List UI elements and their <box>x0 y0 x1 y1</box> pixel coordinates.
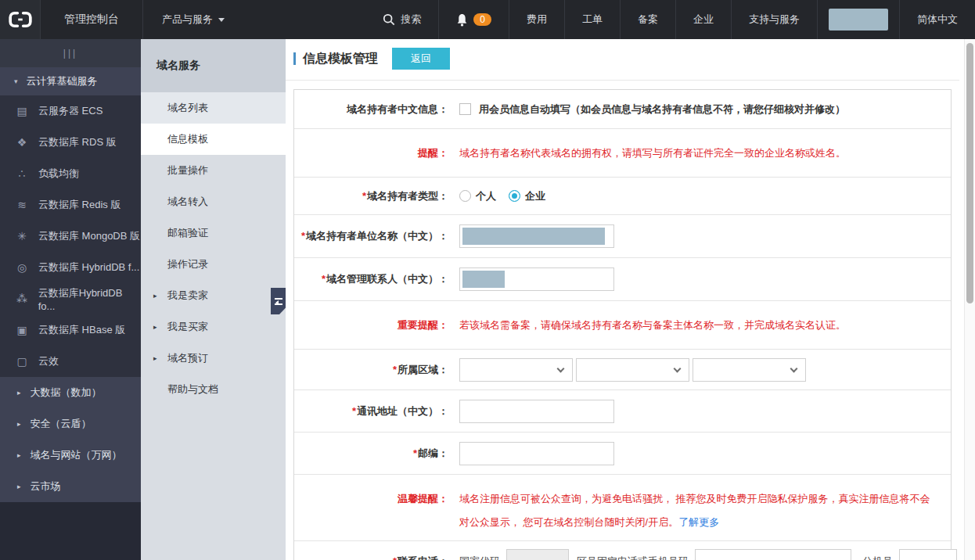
zipcode-input[interactable] <box>459 442 614 465</box>
hybriddb-icon: ◎ <box>14 261 30 274</box>
admin-contact-input[interactable] <box>459 267 614 291</box>
important-notice-text: 若该域名需备案，请确保域名持有者名称与备案主体名称一致，并完成域名实名认证。 <box>459 318 846 332</box>
top-nav: 管理控制台 产品与服务 搜索 0 费用 工单 备案 <box>0 0 975 39</box>
field-label: 域名持有者中文信息： <box>294 102 456 117</box>
submenu-item-info-template[interactable]: 信息模板 <box>141 124 286 155</box>
org-name-input[interactable] <box>459 224 614 248</box>
country-code-input[interactable] <box>506 549 569 560</box>
sidebar-item-hbase[interactable]: ▣ 云数据库 HBase 版 <box>0 314 141 346</box>
submenu-item-domain-transfer-in[interactable]: 域名转入 <box>141 186 286 217</box>
submenu-item-batch-operations[interactable]: 批量操作 <box>141 155 286 186</box>
submenu-title: 域名服务 <box>141 39 286 92</box>
submenu-title-label: 域名服务 <box>157 59 200 73</box>
nav-search[interactable]: 搜索 <box>365 0 438 39</box>
required-mark: * <box>352 405 356 417</box>
notice-label: 提醒： <box>294 146 456 160</box>
notification-badge: 0 <box>473 13 491 26</box>
sidebar-group-marketplace[interactable]: ▸ 云市场 <box>0 471 141 502</box>
chevron-down-icon <box>557 364 565 372</box>
caret-right-icon: ▸ <box>153 354 157 362</box>
nav-support[interactable]: 支持与服务 <box>731 0 817 39</box>
submenu-item-label: 批量操作 <box>167 163 208 178</box>
learn-more-link[interactable]: 了解更多 <box>678 516 719 528</box>
sidebar-group-cloud-basics[interactable]: ▾ 云计算基础服务 <box>0 67 141 95</box>
sidebar-item-hybriddb[interactable]: ◎ 云数据库 HybridDB f... <box>0 252 141 283</box>
sidebar-item-redis[interactable]: ≋ 云数据库 Redis 版 <box>0 189 141 221</box>
alibaba-cloud-logo[interactable] <box>0 0 41 39</box>
nav-products-menu[interactable]: 产品与服务 <box>143 0 243 39</box>
sidebar-group-security[interactable]: ▸ 安全（云盾） <box>0 408 141 440</box>
form-row-address: *通讯地址（中文）： <box>294 390 951 433</box>
sidebar-footer <box>0 502 141 560</box>
sidebar-item-label: 云数据库 HBase 版 <box>38 323 125 337</box>
sidebar-item-hybriddb-postgres[interactable]: ⁂ 云数据库HybridDB fo... <box>0 283 141 314</box>
sidebar-item-slb[interactable]: ∴ 负载均衡 <box>0 158 141 189</box>
nav-enterprise[interactable]: 企业 <box>675 0 731 39</box>
submenu-item-domain-list[interactable]: 域名列表 <box>141 92 286 124</box>
form-row-important-notice: 重要提醒： 若该域名需备案，请确保域名持有者名称与备案主体名称一致，并完成域名实… <box>294 301 951 350</box>
radio-personal-label: 个人 <box>476 189 496 203</box>
nav-products-label: 产品与服务 <box>162 13 213 27</box>
sidebar-item-label: 云数据库 RDS 版 <box>38 135 117 149</box>
address-input[interactable] <box>459 400 614 423</box>
rds-icon: ❖ <box>14 136 30 149</box>
vertical-scrollbar-thumb[interactable] <box>966 43 973 303</box>
privacy-notice-text: 域名注册信息可被公众查询，为避免电话骚扰， 推荐您及时免费开启隐私保护服务，真实… <box>459 487 940 534</box>
form-row-org-name: *域名持有者单位名称（中文）： <box>294 215 951 258</box>
sidebar-group-label: 域名与网站（万网） <box>31 448 122 462</box>
chevron-down-icon <box>674 364 682 372</box>
form-row-phone: *联系电话： 国家代码 区号固定电话或手机号码 分机号 <box>294 541 951 560</box>
nav-search-label: 搜索 <box>401 13 421 27</box>
nav-tickets[interactable]: 工单 <box>564 0 620 39</box>
submenu-item-buyer[interactable]: ▸ 我是买家 <box>141 311 286 343</box>
caret-right-icon: ▸ <box>17 389 21 397</box>
caret-right-icon: ▸ <box>153 292 157 300</box>
radio-personal[interactable] <box>459 190 471 202</box>
sidebar-item-mongodb[interactable]: ✳ 云数据库 MongoDB 版 <box>0 221 141 252</box>
nav-icp[interactable]: 备案 <box>620 0 675 39</box>
sidebar-item-label: 云效 <box>38 354 59 368</box>
submenu-item-help-docs[interactable]: 帮助与文档 <box>141 374 286 405</box>
ecs-icon: ▤ <box>14 105 30 117</box>
sidebar-group-domains-websites[interactable]: ▸ 域名与网站（万网） <box>0 440 141 471</box>
submenu-item-domain-reservation[interactable]: ▸ 域名预订 <box>141 343 286 374</box>
extension-input[interactable] <box>899 549 957 560</box>
console-app: 管理控制台 产品与服务 搜索 0 费用 工单 备案 <box>0 0 975 560</box>
caret-right-icon: ▸ <box>153 323 157 331</box>
redacted-text-mask <box>462 228 605 245</box>
required-mark: * <box>362 190 366 202</box>
header-divider <box>286 80 959 81</box>
vertical-scrollbar-track[interactable] <box>964 39 975 560</box>
caret-right-icon: ▸ <box>17 420 21 428</box>
nav-icp-label: 备案 <box>638 13 658 27</box>
region-select-district[interactable] <box>693 358 806 382</box>
region-select-province[interactable] <box>459 358 573 382</box>
sidebar-collapse-toggle[interactable]: ||| <box>0 39 141 67</box>
chevron-down-icon <box>790 364 798 372</box>
sidebar-item-rds[interactable]: ❖ 云数据库 RDS 版 <box>0 127 141 158</box>
sidebar-item-yunxiao[interactable]: ▢ 云效 <box>0 346 141 377</box>
sidebar-item-ecs[interactable]: ▤ 云服务器 ECS <box>0 95 141 127</box>
radio-enterprise[interactable] <box>509 190 520 202</box>
region-select-city[interactable] <box>576 358 689 382</box>
submenu-item-operation-records[interactable]: 操作记录 <box>141 249 286 280</box>
mongodb-icon: ✳ <box>14 230 30 242</box>
phone-number-input[interactable] <box>695 549 851 560</box>
caret-right-icon: ▸ <box>17 451 21 459</box>
nav-user-account[interactable] <box>817 0 899 39</box>
sidebar-items: ▤ 云服务器 ECS ❖ 云数据库 RDS 版 ∴ 负载均衡 ≋ 云数据库 Re… <box>0 95 141 377</box>
nav-language[interactable]: 简体中文 <box>899 0 975 39</box>
nav-notifications[interactable]: 0 <box>438 0 509 39</box>
submenu-item-seller[interactable]: ▸ 我是卖家 <box>141 280 286 311</box>
back-button[interactable]: 返回 <box>392 48 450 70</box>
panel-collapse-icon <box>275 298 282 305</box>
info-template-form: 域名持有者中文信息： 用会员信息自动填写（如会员信息与域名持有者信息不符，请您仔… <box>293 89 952 560</box>
autofill-checkbox[interactable] <box>459 103 471 115</box>
submenu-item-label: 操作记录 <box>167 257 208 271</box>
primary-sidebar: ||| ▾ 云计算基础服务 ▤ 云服务器 ECS ❖ 云数据库 RDS 版 ∴ … <box>0 39 141 560</box>
field-label: *所属区域： <box>294 363 456 377</box>
nav-billing[interactable]: 费用 <box>509 0 564 39</box>
sidebar-group-bigdata[interactable]: ▸ 大数据（数加） <box>0 377 141 408</box>
nav-console[interactable]: 管理控制台 <box>41 0 143 39</box>
submenu-item-email-verification[interactable]: 邮箱验证 <box>141 217 286 249</box>
